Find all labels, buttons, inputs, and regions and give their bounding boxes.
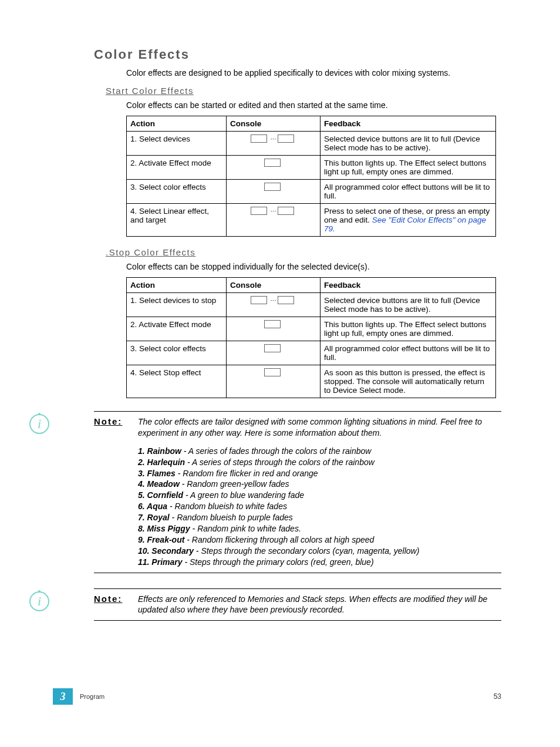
table-row: 3. Select color effectsAll programmed co… — [127, 341, 496, 365]
note-list: 1. Rainbow - A series of fades through t… — [138, 446, 501, 568]
note-label: Note: — [94, 594, 138, 616]
ellipsis-icon: ··· — [270, 134, 276, 143]
console-button-icon — [278, 134, 294, 143]
table-row: 4. Select Linear effect, and target···Pr… — [127, 204, 496, 237]
th-feedback: Feedback — [321, 116, 496, 132]
note-list-item: 6. Aqua - Random blueish to white fades — [138, 501, 501, 512]
stop-color-effects-table: Action Console Feedback 1. Select device… — [126, 277, 496, 398]
table-row: 1. Select devices···Selected device butt… — [127, 132, 496, 156]
cell-action: 1. Select devices — [127, 132, 227, 156]
note-body: The color effects are tailor designed wi… — [138, 416, 501, 439]
cell-feedback: Press to select one of these, or press a… — [321, 204, 496, 237]
cell-console: ··· — [227, 293, 321, 317]
cell-feedback: All programmed color effect buttons will… — [321, 341, 496, 365]
cell-action: 4. Select Linear effect, and target — [127, 204, 227, 237]
info-icon: i — [29, 591, 49, 611]
cell-feedback: All programmed color effect buttons will… — [321, 180, 496, 204]
cell-console — [227, 341, 321, 365]
cell-feedback: As soon as this button is pressed, the e… — [321, 365, 496, 398]
heading-color-effects: Color Effects — [94, 47, 501, 62]
section-name: Program — [80, 693, 494, 700]
intro-paragraph: Color effects are designed to be applied… — [126, 68, 501, 78]
cell-action: 3. Select color effects — [127, 180, 227, 204]
cell-feedback: This button lights up. The Effect select… — [321, 156, 496, 180]
console-button-icon — [251, 207, 267, 215]
chapter-number: 3 — [53, 688, 73, 705]
console-button-icon — [264, 368, 281, 376]
note-list-item: 1. Rainbow - A series of fades through t… — [138, 446, 501, 457]
note-block-2: i Note: Effects are only referenced to M… — [94, 588, 501, 621]
start-intro: Color effects can be started or edited a… — [126, 100, 501, 110]
table-row: 2. Activate Effect modeThis button light… — [127, 317, 496, 341]
note-list-item: 9. Freak-out - Random flickering through… — [138, 534, 501, 546]
cell-feedback: Selected device buttons are lit to full … — [321, 132, 496, 156]
console-button-icon — [264, 159, 281, 167]
cell-feedback: Selected device buttons are lit to full … — [321, 293, 496, 317]
note-list-item: 2. Harlequin - A series of steps through… — [138, 457, 501, 468]
note-label: Note: — [94, 416, 138, 439]
start-color-effects-table: Action Console Feedback 1. Select device… — [126, 116, 496, 237]
console-button-icon — [264, 344, 281, 352]
cell-action: 4. Select Stop effect — [127, 365, 227, 398]
console-button-icon — [278, 207, 294, 215]
cell-console — [227, 180, 321, 204]
table-row: 1. Select devices to stop···Selected dev… — [127, 293, 496, 317]
table-row: 2. Activate Effect modeThis button light… — [127, 156, 496, 180]
cell-feedback: This button lights up. The Effect select… — [321, 317, 496, 341]
note-list-item: 5. Cornfield - A green to blue wandering… — [138, 490, 501, 501]
console-button-icon — [264, 183, 281, 191]
stop-intro: Color effects can be stopped individuall… — [126, 262, 501, 271]
cell-console — [227, 317, 321, 341]
note-list-item: 11. Primary - Steps through the primary … — [138, 557, 501, 568]
cell-console: ··· — [227, 132, 321, 156]
ellipsis-icon: ··· — [270, 296, 276, 304]
cell-console — [227, 156, 321, 180]
table-row: 3. Select color effectsAll programmed co… — [127, 180, 496, 204]
note-list-item: 3. Flames - Random fire flicker in red a… — [138, 468, 501, 479]
note-body: Effects are only referenced to Memories … — [138, 594, 501, 616]
note-list-item: 4. Meadow - Random green-yellow fades — [138, 479, 501, 490]
note-list-item: 8. Miss Piggy - Random pink to white fad… — [138, 523, 501, 534]
page-number: 53 — [494, 692, 501, 701]
page-footer: 3 Program 53 — [53, 688, 501, 705]
console-button-icon — [251, 296, 267, 304]
th-feedback: Feedback — [321, 278, 496, 293]
cell-action: 2. Activate Effect mode — [127, 156, 227, 180]
console-button-icon — [251, 134, 267, 143]
cell-action: 3. Select color effects — [127, 341, 227, 365]
th-console: Console — [227, 116, 321, 132]
th-console: Console — [227, 278, 321, 293]
note-list-item: 10. Secondary - Steps through the second… — [138, 546, 501, 557]
info-icon: i — [29, 414, 49, 434]
cell-action: 1. Select devices to stop — [127, 293, 227, 317]
cell-console: ··· — [227, 204, 321, 237]
console-button-icon — [278, 296, 294, 304]
heading-stop-color-effects: .Stop Color Effects — [106, 247, 501, 257]
console-button-icon — [264, 320, 281, 328]
note-list-item: 7. Royal - Random blueish to purple fade… — [138, 512, 501, 523]
see-link[interactable]: See "Edit Color Effects" on page 79. — [324, 216, 486, 233]
ellipsis-icon: ··· — [270, 207, 276, 215]
th-action: Action — [127, 278, 227, 293]
th-action: Action — [127, 116, 227, 132]
cell-console — [227, 365, 321, 398]
cell-action: 2. Activate Effect mode — [127, 317, 227, 341]
note-block-1: i Note: The color effects are tailor des… — [94, 411, 501, 573]
heading-start-color-effects: Start Color Effects — [106, 86, 501, 96]
table-row: 4. Select Stop effectAs soon as this but… — [127, 365, 496, 398]
